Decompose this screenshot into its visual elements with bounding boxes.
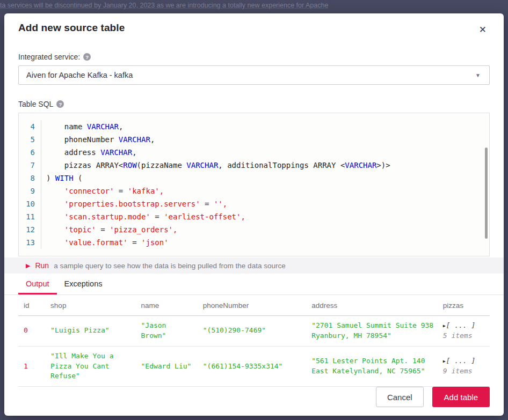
line-number: 8 — [19, 172, 41, 185]
line-number: 5 — [19, 133, 41, 146]
table-sql-field: Table SQL ? 4 name VARCHAR,5 phoneNumber… — [18, 100, 490, 256]
code-line: 11 'scan.startup.mode' = 'earliest-offse… — [19, 210, 489, 223]
column-header-name: name — [135, 295, 197, 316]
array-preview: [ ... ] — [446, 321, 476, 329]
column-header-id: id — [18, 295, 45, 316]
cell-shop: "Ill Make You a Pizza You Cant Refuse" — [45, 346, 135, 387]
table-row: 0"Luigis Pizza""Jason Brown""(510)290-74… — [18, 316, 490, 347]
column-header-shop: shop — [45, 295, 135, 316]
sql-editor[interactable]: 4 name VARCHAR,5 phoneNumber VARCHAR,6 a… — [18, 113, 490, 256]
background-page-text: data services will be discontinued by Ja… — [0, 2, 508, 9]
integrated-service-value: Aiven for Apache Kafka - kafka — [26, 71, 133, 79]
cell-address: "561 Lester Points Apt. 140 East Katelyn… — [306, 346, 438, 387]
chevron-down-icon: ▼ — [475, 72, 481, 78]
array-items-count: 5 items — [443, 331, 487, 341]
line-number: 12 — [19, 223, 41, 236]
editor-scrollbar[interactable] — [485, 148, 488, 239]
cell-name: "Edward Liu" — [135, 346, 197, 387]
cell-phone-number: "(661)154-9335x314" — [198, 346, 306, 387]
code-line: 5 phoneNumber VARCHAR, — [19, 133, 489, 146]
code-lines: 4 name VARCHAR,5 phoneNumber VARCHAR,6 a… — [19, 120, 489, 249]
expand-array-icon[interactable]: ▶ — [443, 323, 446, 328]
output-table: idshopnamephoneNumberaddresspizzas 0"Lui… — [18, 295, 490, 387]
run-label: Run — [35, 261, 49, 270]
code-line: 7 pizzas ARRAY<ROW(pizzaName VARCHAR, ad… — [19, 159, 489, 172]
run-description: a sample query to see how the data is be… — [54, 262, 286, 270]
tab-output[interactable]: Output — [18, 274, 57, 294]
integrated-service-select[interactable]: Aiven for Apache Kafka - kafka ▼ — [18, 65, 490, 85]
code-line: 8) WITH ( — [19, 172, 489, 185]
cell-address: "2701 Samuel Summit Suite 938 Ryanbury, … — [306, 316, 438, 347]
add-table-button[interactable]: Add table — [432, 387, 490, 407]
line-number: 11 — [19, 210, 41, 223]
line-number: 9 — [19, 185, 41, 197]
column-header-phoneNumber: phoneNumber — [198, 295, 306, 316]
code-line: 12 'topic' = 'pizza_orders', — [19, 223, 489, 236]
integrated-service-field: Integrated service: ? Aiven for Apache K… — [18, 53, 490, 100]
code-line: 13 'value.format' = 'json' — [19, 236, 489, 249]
line-number: 4 — [19, 120, 41, 133]
help-icon[interactable]: ? — [83, 53, 91, 61]
table-header-row: idshopnamephoneNumberaddresspizzas — [18, 295, 490, 316]
help-icon[interactable]: ? — [56, 100, 64, 108]
cell-name: "Jason Brown" — [135, 316, 197, 347]
cell-pizzas: ▶[ ... ]5 items — [438, 316, 490, 347]
column-header-pizzas: pizzas — [438, 295, 490, 316]
expand-array-icon[interactable]: ▶ — [443, 359, 446, 364]
line-number: 13 — [19, 236, 41, 249]
cancel-button[interactable]: Cancel — [376, 387, 424, 407]
results-tabs: Output Exceptions — [4, 274, 504, 295]
code-line: 10 'properties.bootstrap.servers' = '', — [19, 197, 489, 210]
code-line: 4 name VARCHAR, — [19, 120, 489, 133]
play-icon: ▶ — [26, 262, 30, 269]
code-line: 9 'connector' = 'kafka', — [19, 185, 489, 197]
table-sql-label: Table SQL — [18, 100, 53, 108]
cell-id: 0 — [18, 316, 45, 347]
integrated-service-label: Integrated service: — [18, 53, 80, 61]
modal-header: Add new source table ✕ — [18, 22, 490, 36]
code-line: 6 address VARCHAR, — [19, 146, 489, 159]
modal-title: Add new source table — [18, 22, 125, 34]
array-preview: [ ... ] — [446, 357, 476, 365]
tab-exceptions[interactable]: Exceptions — [57, 274, 110, 294]
add-source-table-modal: Add new source table ✕ Integrated servic… — [4, 13, 504, 416]
line-number: 7 — [19, 159, 41, 172]
array-items-count: 9 items — [443, 366, 487, 377]
modal-footer: Cancel Add table — [18, 387, 490, 407]
table-row: 1"Ill Make You a Pizza You Cant Refuse""… — [18, 346, 490, 387]
column-header-address: address — [306, 295, 438, 316]
cell-pizzas: ▶[ ... ]9 items — [438, 346, 490, 387]
close-icon[interactable]: ✕ — [476, 23, 490, 36]
line-number: 6 — [19, 146, 41, 159]
run-query-bar[interactable]: ▶ Run a sample query to see how the data… — [4, 257, 504, 274]
line-number: 10 — [19, 197, 41, 210]
cell-phone-number: "(510)290-7469" — [198, 316, 306, 347]
cell-shop: "Luigis Pizza" — [45, 316, 135, 347]
cell-id: 1 — [18, 346, 45, 387]
